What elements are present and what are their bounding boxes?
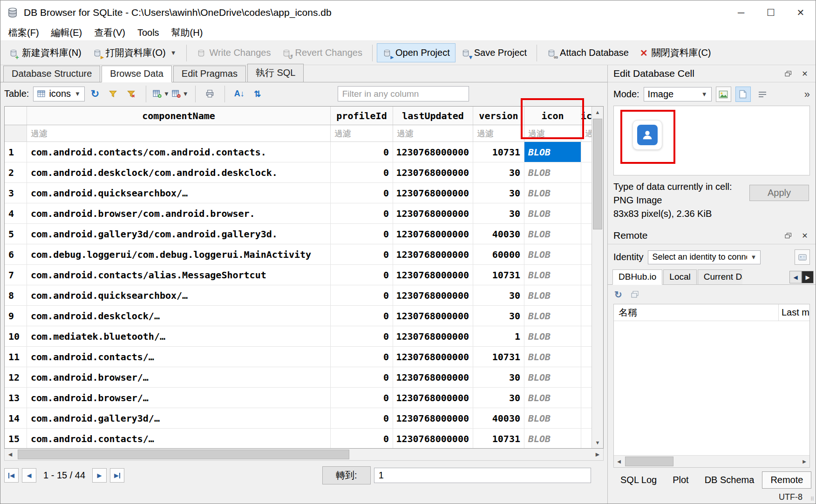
minimize-icon[interactable]: ─ bbox=[726, 0, 756, 25]
cell-profileId[interactable]: 0 bbox=[331, 203, 393, 223]
cell-icon[interactable]: BLOB bbox=[524, 429, 581, 448]
filter-icon-column[interactable]: 過濾 bbox=[524, 125, 581, 141]
cell-profileId[interactable]: 0 bbox=[331, 408, 393, 428]
filter-any-column-input[interactable] bbox=[338, 86, 469, 101]
cell-componentName[interactable]: com.android.browser/… bbox=[27, 367, 331, 387]
filter-lastUpdated[interactable]: 過濾 bbox=[393, 125, 473, 141]
cell-lastUpdated[interactable]: 1230768000000 bbox=[393, 408, 473, 428]
column-header-extra[interactable]: ic bbox=[581, 107, 592, 125]
cell-lastUpdated[interactable]: 1230768000000 bbox=[393, 203, 473, 223]
row-number[interactable]: 6 bbox=[5, 244, 27, 264]
sort-asc-button[interactable]: A↓ bbox=[231, 86, 247, 102]
cell-extra[interactable] bbox=[581, 326, 592, 346]
cell-profileId[interactable]: 0 bbox=[331, 224, 393, 244]
horizontal-scroll-thumb[interactable] bbox=[18, 450, 349, 459]
cell-lastUpdated[interactable]: 1230768000000 bbox=[393, 142, 473, 162]
cell-version[interactable]: 40030 bbox=[473, 224, 524, 244]
cell-componentName[interactable]: com.android.contacts/… bbox=[27, 347, 331, 367]
dock-tab-remote[interactable]: Remote bbox=[762, 471, 811, 489]
filter-componentName[interactable]: 過濾 bbox=[27, 125, 331, 141]
cell-profileId[interactable]: 0 bbox=[331, 183, 393, 203]
open-database-button[interactable]: ▸ 打開資料庫(O) ▼ bbox=[87, 42, 182, 63]
tab-database-structure[interactable]: Database Structure bbox=[3, 66, 100, 82]
menu-edit[interactable]: 編輯(E) bbox=[45, 25, 88, 41]
clone-database-icon[interactable] bbox=[631, 291, 639, 298]
cell-componentName[interactable]: com.android.gallery3d/… bbox=[27, 408, 331, 428]
import-data-button[interactable] bbox=[716, 87, 731, 102]
tab-browse-data[interactable]: Browse Data bbox=[102, 66, 172, 82]
cell-lastUpdated[interactable]: 1230768000000 bbox=[393, 388, 473, 408]
filter-profileId[interactable]: 過濾 bbox=[331, 125, 393, 141]
cell-componentName[interactable]: com.android.browser/… bbox=[27, 388, 331, 408]
tab-edit-pragmas[interactable]: Edit Pragmas bbox=[173, 66, 246, 82]
row-number[interactable]: 15 bbox=[5, 429, 27, 448]
filter-extra[interactable]: 過濾 bbox=[581, 125, 592, 141]
row-number[interactable]: 3 bbox=[5, 183, 27, 203]
close-panel-icon[interactable]: ✕ bbox=[800, 68, 810, 79]
cell-componentName[interactable]: com.android.contacts/… bbox=[27, 429, 331, 448]
cell-lastUpdated[interactable]: 1230768000000 bbox=[393, 244, 473, 264]
cell-profileId[interactable]: 0 bbox=[331, 326, 393, 346]
cell-icon[interactable]: BLOB bbox=[524, 244, 581, 264]
write-changes-button[interactable]: Write Changes bbox=[191, 43, 277, 62]
close-icon[interactable]: ✕ bbox=[786, 0, 816, 25]
cell-version[interactable]: 30 bbox=[473, 183, 524, 203]
table-select[interactable]: icons ▼ bbox=[33, 87, 85, 101]
chevron-down-icon[interactable]: ▼ bbox=[170, 49, 177, 56]
scroll-right-icon[interactable]: ▶ bbox=[592, 449, 603, 460]
scroll-right-icon[interactable]: ▶ bbox=[799, 456, 809, 467]
save-project-button[interactable]: ▾ Save Project bbox=[456, 43, 532, 62]
scroll-up-icon[interactable]: ▲ bbox=[592, 107, 603, 118]
cell-icon[interactable]: BLOB bbox=[524, 142, 581, 162]
cell-profileId[interactable]: 0 bbox=[331, 162, 393, 182]
maximize-icon[interactable]: ☐ bbox=[756, 0, 786, 25]
remote-refresh-icon[interactable]: ↻ bbox=[614, 289, 622, 300]
cell-lastUpdated[interactable]: 1230768000000 bbox=[393, 306, 473, 326]
cell-componentName[interactable]: com.android.contacts/alias.MessageShortc… bbox=[27, 265, 331, 285]
cell-icon[interactable]: BLOB bbox=[524, 183, 581, 203]
column-header-lastUpdated[interactable]: lastUpdated bbox=[393, 107, 473, 125]
cell-version[interactable]: 30 bbox=[473, 162, 524, 182]
cell-profileId[interactable]: 0 bbox=[331, 367, 393, 387]
cell-icon[interactable]: BLOB bbox=[524, 224, 581, 244]
first-page-button[interactable]: ◀ bbox=[4, 468, 19, 483]
goto-input[interactable] bbox=[374, 468, 591, 483]
next-page-button[interactable]: ▶ bbox=[92, 468, 107, 483]
text-mode-button[interactable] bbox=[735, 87, 751, 102]
cell-componentName[interactable]: com.android.quicksearchbox/… bbox=[27, 285, 331, 305]
tab-scroll-right-icon[interactable]: ▶ bbox=[802, 271, 814, 283]
menu-file[interactable]: 檔案(F) bbox=[2, 25, 45, 41]
prev-page-button[interactable]: ◀ bbox=[22, 468, 36, 483]
menu-help[interactable]: 幫助(H) bbox=[165, 25, 209, 41]
cell-version[interactable]: 10731 bbox=[473, 142, 524, 162]
row-number[interactable]: 11 bbox=[5, 347, 27, 367]
row-number[interactable]: 14 bbox=[5, 408, 27, 428]
cell-profileId[interactable]: 0 bbox=[331, 244, 393, 264]
cell-lastUpdated[interactable]: 1230768000000 bbox=[393, 224, 473, 244]
cell-lastUpdated[interactable]: 1230768000000 bbox=[393, 429, 473, 448]
cell-icon[interactable]: BLOB bbox=[524, 388, 581, 408]
open-project-button[interactable]: ▸ Open Project bbox=[377, 43, 456, 62]
cell-lastUpdated[interactable]: 1230768000000 bbox=[393, 326, 473, 346]
cell-componentName[interactable]: com.android.browser/com.android.browser. bbox=[27, 203, 331, 223]
row-number[interactable]: 1 bbox=[5, 142, 27, 162]
resize-grip-icon[interactable]: ⠿ bbox=[810, 496, 814, 502]
corner-header[interactable] bbox=[5, 107, 27, 125]
row-number[interactable]: 8 bbox=[5, 285, 27, 305]
import-certificate-button[interactable] bbox=[795, 249, 810, 265]
refresh-button[interactable]: ↻ bbox=[87, 86, 103, 102]
cell-lastUpdated[interactable]: 1230768000000 bbox=[393, 347, 473, 367]
attach-database-button[interactable]: ∞ Attach Database bbox=[541, 43, 634, 62]
overflow-chevron-icon[interactable]: » bbox=[804, 88, 810, 101]
cell-extra[interactable] bbox=[581, 306, 592, 326]
cell-lastUpdated[interactable]: 1230768000000 bbox=[393, 367, 473, 387]
cell-version[interactable]: 60000 bbox=[473, 244, 524, 264]
cell-profileId[interactable]: 0 bbox=[331, 285, 393, 305]
cell-extra[interactable] bbox=[581, 285, 592, 305]
float-panel-icon[interactable] bbox=[783, 68, 793, 79]
cell-version[interactable]: 30 bbox=[473, 388, 524, 408]
row-number[interactable]: 9 bbox=[5, 306, 27, 326]
cell-extra[interactable] bbox=[581, 265, 592, 285]
cell-componentName[interactable]: com.android.deskclock/… bbox=[27, 306, 331, 326]
encoding-status[interactable]: UTF-8 bbox=[779, 492, 802, 502]
